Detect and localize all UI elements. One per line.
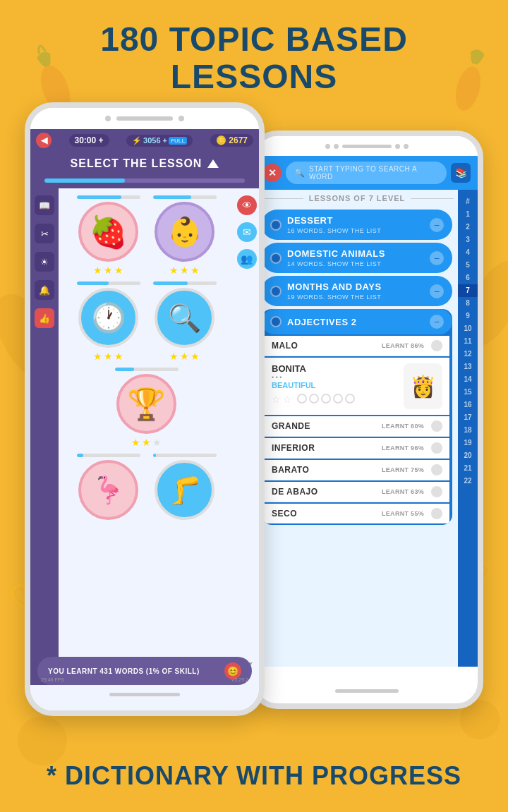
trophy-stars: ★ ★ ★ xyxy=(131,437,162,448)
magnifier-icon: 🔍 xyxy=(155,288,214,348)
num-11[interactable]: 11 xyxy=(464,335,471,348)
word-malo[interactable]: MALO LEARNT 86% xyxy=(265,336,449,356)
deabajo-right: LEARNT 63% xyxy=(382,486,442,497)
back-button[interactable]: ◀ xyxy=(36,133,52,148)
num-9[interactable]: 9 xyxy=(466,310,470,322)
camera-dot-2 xyxy=(179,116,184,121)
bonita-star-1: ☆ xyxy=(272,394,281,405)
star-3: ★ xyxy=(190,265,200,276)
sidebar-book-icon[interactable]: 📖 xyxy=(35,195,54,215)
bonita-star-2: ☆ xyxy=(283,394,292,405)
word-grande[interactable]: GRANDE LEARNT 60% xyxy=(265,416,449,437)
baby-progress xyxy=(153,195,217,199)
strawberry-progress-fill xyxy=(77,195,121,199)
bonita-circle-4 xyxy=(333,394,343,404)
lesson-trophy[interactable]: 🏆 ★ ★ ★ xyxy=(111,368,182,448)
lesson-leg[interactable]: 🦵 xyxy=(150,454,220,520)
grande-right: LEARNT 60% xyxy=(382,420,442,432)
num-1[interactable]: 1 xyxy=(466,208,470,221)
lesson-magnifier[interactable]: 🔍 ★ ★ ★ xyxy=(150,281,220,362)
right-phone-main: LESSONS OF 7 LEVEL DESSERT 16 WORDS. SHO… xyxy=(256,190,458,667)
inferior-right: LEARNT 96% xyxy=(382,442,442,454)
right-camera-dot-2 xyxy=(334,144,339,149)
num-4[interactable]: 4 xyxy=(466,246,470,259)
bonita-name: BONITA xyxy=(272,363,355,374)
main-title: 180 TOPIC BASED LESSONS xyxy=(0,0,508,96)
num-17[interactable]: 17 xyxy=(464,411,471,424)
clock-progress xyxy=(77,281,140,285)
right-home-bar xyxy=(335,689,399,693)
num-20[interactable]: 20 xyxy=(464,449,471,462)
lesson-header: SELECT THE LESSON xyxy=(30,152,259,176)
lesson-item-months[interactable]: MONTHS AND DAYS 19 WORDS. SHOW THE LIST … xyxy=(262,276,452,306)
flamingo-progress-fill xyxy=(77,454,83,457)
num-13[interactable]: 13 xyxy=(464,360,471,373)
sidebar-bell-icon[interactable]: 🔔 xyxy=(35,280,54,300)
scroll-up-btn[interactable]: 👁 xyxy=(237,195,257,215)
months-subtitle: 19 WORDS. SHOW THE LIST xyxy=(287,293,382,301)
bonita-translation: BEAUTIFUL xyxy=(272,381,355,389)
num-22[interactable]: 22 xyxy=(464,475,471,487)
search-book-btn[interactable]: 📚 xyxy=(451,163,471,183)
flamingo-icon: 🦩 xyxy=(78,460,138,520)
dessert-dot xyxy=(270,219,282,231)
lesson-row-1: 🍓 ★ ★ ★ 👶 xyxy=(66,195,227,276)
barato-name: BARATO xyxy=(272,465,309,475)
lesson-item-dessert[interactable]: DESSERT 16 WORDS. SHOW THE LIST – xyxy=(262,210,452,240)
num-15[interactable]: 15 xyxy=(464,386,471,399)
bonita-stars: ☆ ☆ xyxy=(272,394,355,405)
deabajo-name: DE ABAJO xyxy=(272,487,318,497)
sidebar-thumb-icon[interactable]: 👍 xyxy=(35,308,54,328)
magnifier-progress xyxy=(153,281,217,285)
scroll-mail-btn[interactable]: ✉ xyxy=(237,222,257,242)
num-18[interactable]: 18 xyxy=(464,424,471,437)
domestic-subtitle: 14 WORDS. SHOW THE LIST xyxy=(287,260,385,267)
num-3[interactable]: 3 xyxy=(466,234,470,246)
dessert-inner: DESSERT 16 WORDS. SHOW THE LIST xyxy=(270,215,381,234)
search-close-btn[interactable]: ✕ xyxy=(263,164,282,182)
num-14[interactable]: 14 xyxy=(464,373,471,386)
baby-stars: ★ ★ ★ xyxy=(169,265,200,276)
num-21[interactable]: 21 xyxy=(464,462,471,475)
num-16[interactable]: 16 xyxy=(464,399,471,411)
word-inferior[interactable]: INFERIOR LEARNT 96% xyxy=(265,438,449,459)
word-barato[interactable]: BARATO LEARNT 75% xyxy=(265,460,449,480)
months-text: MONTHS AND DAYS 19 WORDS. SHOW THE LIST xyxy=(287,281,382,301)
lesson-baby[interactable]: 👶 ★ ★ ★ xyxy=(150,195,220,276)
num-10[interactable]: 10 xyxy=(464,322,471,335)
lesson-row-3: 🏆 ★ ★ ★ xyxy=(66,368,227,448)
adjectives-inner: ADJECTIVES 2 xyxy=(270,316,356,327)
num-19[interactable]: 19 xyxy=(464,437,471,449)
num-5[interactable]: 5 xyxy=(466,259,470,272)
num-hash[interactable]: # xyxy=(466,195,470,208)
dessert-title: DESSERT xyxy=(287,215,381,226)
right-sidebar: 👁 ✉ 👥 xyxy=(234,188,259,685)
bottom-status-bar: YOU LEARNT 431 WORDS (1% OF SKILL) 😊 xyxy=(37,657,252,685)
adjectives-chevron: – xyxy=(430,315,444,329)
lesson-clock[interactable]: 🕐 ★ ★ ★ xyxy=(73,281,144,362)
deabajo-status xyxy=(431,486,442,497)
left-phone-status-bar: ◀ 30:00 + ⚡ 3056 + FULL 🪙 2677 xyxy=(30,129,259,152)
lesson-item-domestic[interactable]: DOMESTIC ANIMALS 14 WORDS. SHOW THE LIST… xyxy=(262,243,452,273)
word-bonita[interactable]: BONITA • • • BEAUTIFUL ☆ ☆ xyxy=(265,358,449,415)
grande-name: GRANDE xyxy=(272,421,310,431)
sidebar-sun-icon[interactable]: ☀ xyxy=(35,252,54,272)
word-seco[interactable]: SECO LEARNT 55% xyxy=(265,504,449,523)
num-8[interactable]: 8 xyxy=(466,297,470,310)
sidebar-scissors-icon[interactable]: ✂ xyxy=(35,224,54,243)
scroll-people-btn[interactable]: 👥 xyxy=(237,249,257,269)
lesson-flamingo[interactable]: 🦩 xyxy=(73,454,144,520)
num-2[interactable]: 2 xyxy=(466,221,470,234)
num-7[interactable]: 7 xyxy=(458,284,478,297)
level-text: LESSONS OF 7 LEVEL xyxy=(309,194,406,202)
search-input-area[interactable]: 🔍 START TYPING TO SEARCH A WORD xyxy=(286,162,447,184)
word-deabajo[interactable]: DE ABAJO LEARNT 63% xyxy=(265,482,449,502)
num-6[interactable]: 6 xyxy=(466,272,470,284)
lesson-strawberry[interactable]: 🍓 ★ ★ ★ xyxy=(73,195,144,276)
right-phone-inner: LESSONS OF 7 LEVEL DESSERT 16 WORDS. SHO… xyxy=(256,190,478,667)
baby-icon: 👶 xyxy=(155,202,214,262)
star-3: ★ xyxy=(190,351,200,362)
num-12[interactable]: 12 xyxy=(464,348,471,360)
right-camera-dot-3 xyxy=(395,144,400,149)
adjectives-header[interactable]: ADJECTIVES 2 – xyxy=(262,309,452,334)
